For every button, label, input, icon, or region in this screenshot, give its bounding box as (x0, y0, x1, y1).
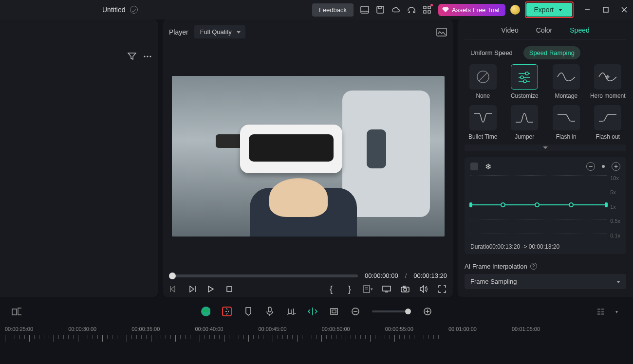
remove-keyframe-button[interactable]: − (586, 162, 595, 171)
speed-curve[interactable] (470, 204, 607, 205)
preset-montage[interactable]: Montage (548, 64, 585, 99)
track-options-icon[interactable]: ▾ (612, 307, 621, 316)
minimize-button[interactable] (583, 6, 591, 14)
export-highlight: Export (525, 1, 574, 18)
ai-frame-value: Frame Sampling (470, 278, 517, 285)
assets-trial-button[interactable]: Assets Free Trial (438, 4, 505, 16)
subtab-speed-ramping[interactable]: Speed Ramping (523, 46, 580, 59)
freeze-frame-icon[interactable]: ❄ (485, 162, 491, 171)
maximize-button[interactable] (602, 6, 610, 14)
time-label: 00:00:35:00 (131, 326, 160, 332)
add-keyframe-button[interactable]: + (612, 162, 620, 171)
export-button[interactable]: Export (526, 3, 572, 17)
camera-icon[interactable] (400, 284, 410, 294)
ramp-y-labels: 10x 5x 1x 0.5x 0.1x (610, 175, 620, 238)
duration-readout: Duratio00:00:13:20 -> 00:00:13:20 (470, 243, 620, 250)
preview-frame[interactable] (172, 76, 445, 237)
headphones-icon[interactable] (407, 5, 416, 14)
hero-curve-icon (598, 71, 617, 83)
coin-icon[interactable] (510, 5, 520, 15)
preset-expand-toggle[interactable] (465, 145, 626, 151)
play-pause-button[interactable] (187, 284, 197, 294)
prev-frame-button[interactable] (169, 284, 179, 294)
mark-out-icon[interactable]: } (345, 284, 354, 294)
cloud-icon[interactable] (391, 5, 400, 14)
close-button[interactable] (620, 6, 628, 14)
svg-point-34 (523, 80, 526, 83)
layout-icon[interactable] (360, 5, 369, 14)
snapshot-gallery-icon[interactable] (436, 28, 447, 36)
marker-icon[interactable] (243, 307, 253, 316)
fullscreen-icon[interactable] (437, 284, 447, 294)
display-icon[interactable] (382, 284, 391, 294)
titlebar: Untitled Feedback Assets Free Trial Expo… (0, 0, 633, 19)
keyframe-point[interactable] (501, 202, 505, 207)
keyframe-point[interactable] (535, 202, 540, 207)
ramp-grid-icon[interactable] (470, 163, 478, 170)
zoom-out-button[interactable] (351, 307, 360, 316)
zoom-knob[interactable] (405, 309, 411, 314)
apps-icon[interactable] (423, 5, 431, 14)
tab-color[interactable]: Color (536, 26, 552, 34)
timeline-labels: 00:00:25:00 00:00:30:00 00:00:35:00 00:0… (0, 323, 633, 332)
export-label: Export (534, 6, 554, 14)
ramp-chart[interactable]: 10x 5x 1x 0.5x 0.1x (470, 175, 620, 238)
svg-rect-62 (601, 309, 604, 310)
feedback-button[interactable]: Feedback (312, 3, 354, 17)
svg-rect-2 (377, 6, 384, 13)
svg-rect-52 (268, 307, 271, 312)
track-view-icon[interactable] (596, 307, 606, 316)
preset-customize[interactable]: Customize (506, 64, 543, 99)
top-icon-group (360, 5, 431, 14)
voiceover-icon[interactable] (265, 307, 275, 316)
play-button[interactable] (206, 284, 216, 294)
playback-scrubber[interactable] (169, 274, 358, 277)
help-icon[interactable]: ? (530, 263, 537, 270)
tab-speed[interactable]: Speed (570, 26, 589, 34)
sync-status-icon (130, 6, 138, 14)
preset-none[interactable]: None (465, 64, 502, 99)
more-icon[interactable] (143, 55, 152, 58)
preset-jumper[interactable]: Jumper (506, 105, 543, 140)
auto-ripple-icon[interactable] (308, 307, 317, 316)
audio-mixer-icon[interactable] (286, 307, 296, 316)
time-label: 00:00:25:00 (5, 326, 33, 332)
text-tool-icon[interactable]: ▾ (363, 284, 373, 294)
media-panel (0, 19, 158, 297)
preset-flash-in[interactable]: Flash in (548, 105, 585, 140)
save-icon[interactable] (376, 5, 385, 14)
svg-rect-65 (597, 313, 600, 315)
timeline-toolbar: ▾ (0, 300, 633, 323)
preset-hero[interactable]: Hero moment (590, 64, 627, 99)
subtab-uniform-speed[interactable]: Uniform Speed (465, 46, 519, 59)
quality-dropdown[interactable]: Full Quality (194, 25, 245, 38)
svg-point-40 (201, 307, 210, 316)
filter-icon[interactable] (128, 53, 136, 60)
ai-robot-icon[interactable] (201, 307, 210, 316)
preset-flash-out[interactable]: Flash out (590, 105, 627, 140)
y-label: 1x (610, 204, 620, 210)
zoom-in-button[interactable] (423, 307, 432, 316)
main-row: Player Full Quality 00:00:00:00 (0, 19, 633, 297)
stop-button[interactable] (224, 284, 234, 294)
svg-rect-7 (428, 11, 430, 13)
scrubber-knob[interactable] (169, 273, 176, 279)
svg-line-48 (226, 309, 227, 309)
keyframe-point[interactable] (605, 202, 608, 207)
keyframe-point[interactable] (569, 202, 574, 207)
timeline-ruler[interactable]: 00:00:25:00 00:00:30:00 00:00:35:00 00:0… (0, 323, 633, 357)
ai-frame-dropdown[interactable]: Frame Sampling (465, 274, 626, 289)
preset-label: Bullet Time (468, 133, 497, 140)
render-preview-button[interactable] (222, 307, 232, 316)
none-icon (476, 70, 490, 84)
keyframe-point[interactable] (469, 202, 472, 207)
device-view-icon[interactable] (12, 307, 21, 316)
volume-icon[interactable] (419, 284, 428, 294)
timecode-separator: / (405, 272, 407, 279)
crop-icon[interactable] (329, 307, 339, 316)
tab-video[interactable]: Video (501, 26, 519, 34)
zoom-slider[interactable] (372, 310, 411, 312)
current-timecode: 00:00:00:00 (365, 272, 398, 279)
preset-bullet-time[interactable]: Bullet Time (465, 105, 502, 140)
mark-in-icon[interactable]: { (326, 284, 336, 294)
